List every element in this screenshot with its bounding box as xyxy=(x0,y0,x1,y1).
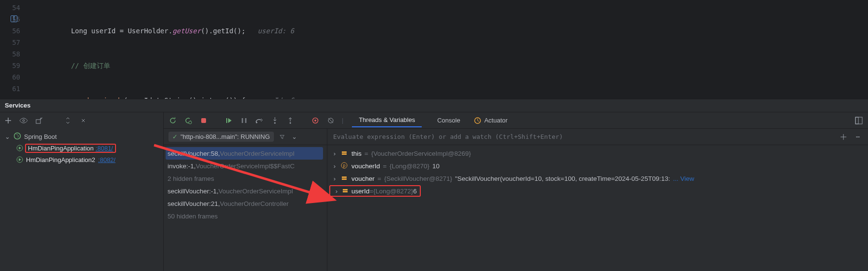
hidden-frames-label: 50 hidden frames xyxy=(168,213,218,220)
variables-column: Evaluate expression (Enter) or add a wat… xyxy=(327,129,868,271)
stop-icon[interactable] xyxy=(199,116,208,125)
chevron-right-icon[interactable]: › xyxy=(331,175,338,182)
var-type: {Long@8272} xyxy=(373,188,413,195)
code-text: synchronized xyxy=(71,96,124,99)
rerun-debug-icon[interactable] xyxy=(184,116,193,125)
frame-row[interactable]: invoke:-1, VoucherOrderServiceImpl$$Fast… xyxy=(168,160,323,172)
thread-selector[interactable]: ✓ "http-nio-808...main": RUNNING xyxy=(168,132,274,142)
view-breakpoints-icon[interactable] xyxy=(311,116,320,125)
code-editor[interactable]: 54 55I 56 57 58 59 60 61 Long userId = U… xyxy=(0,0,868,99)
add-icon[interactable] xyxy=(4,116,13,125)
frame-loc: VoucherOrderServiceImpl xyxy=(220,150,295,157)
eye-icon[interactable] xyxy=(19,116,28,125)
mute-breakpoints-icon[interactable] xyxy=(326,116,335,125)
svg-rect-6 xyxy=(201,118,206,123)
svg-rect-24 xyxy=(342,178,347,180)
svg-point-2 xyxy=(14,133,21,139)
run-config-icon xyxy=(16,156,23,163)
view-more-link[interactable]: ... View xyxy=(673,175,694,182)
chevron-right-icon[interactable]: › xyxy=(331,163,338,170)
tree-root-spring-boot[interactable]: ⌄ Spring Boot xyxy=(3,131,160,142)
frame-row[interactable]: seckillVoucher:58, VoucherOrderServiceIm… xyxy=(166,147,323,160)
var-name: voucherId xyxy=(351,163,380,170)
var-type: {SeckillVoucher@8271} xyxy=(384,175,452,182)
frame-loc: VoucherOrderServiceImpl xyxy=(219,188,293,195)
chevron-down-icon[interactable]: ⌄ xyxy=(290,133,299,141)
export-icon[interactable] xyxy=(35,116,43,125)
variable-voucher-id[interactable]: › p voucherId = {Long@8270} 10 xyxy=(331,160,864,172)
collapse-icon[interactable] xyxy=(79,116,88,125)
debug-toolbar: | Threads & Variables Console Actuator xyxy=(164,112,868,129)
frame-row[interactable]: seckillVoucher:21, VoucherOrderControlle… xyxy=(168,197,323,210)
app1-port-link[interactable]: :8081/ xyxy=(96,145,113,152)
svg-rect-9 xyxy=(245,118,246,123)
tree-root-label: Spring Boot xyxy=(24,133,57,140)
svg-rect-20 xyxy=(342,153,347,155)
layout-icon[interactable] xyxy=(855,116,863,125)
services-tree[interactable]: ⌄ Spring Boot HmDianPingApplication :808… xyxy=(0,129,163,167)
more-icon[interactable]: ⋯ xyxy=(854,133,862,141)
tab-actuator-label: Actuator xyxy=(484,117,507,124)
svg-rect-17 xyxy=(855,117,862,124)
svg-rect-1 xyxy=(36,120,40,123)
code-area[interactable]: Long userId = UserHolder.getUser().getId… xyxy=(39,0,868,99)
var-eq: = xyxy=(370,188,374,195)
svg-rect-25 xyxy=(343,189,348,190)
evaluate-expression-input[interactable]: Evaluate expression (Enter) or add a wat… xyxy=(327,129,868,145)
thread-label: "http-nio-808...main": RUNNING xyxy=(181,133,270,140)
resume-icon[interactable] xyxy=(224,116,233,125)
tab-threads-variables[interactable]: Threads & Variables xyxy=(352,113,422,127)
tab-console[interactable]: Console xyxy=(430,114,467,127)
app1-name: HmDianPingApplication xyxy=(28,145,94,152)
expand-icon[interactable] xyxy=(64,116,72,125)
svg-point-12 xyxy=(290,122,291,123)
tab-actuator[interactable]: Actuator xyxy=(474,117,507,124)
inlay-hint: userId: 6 xyxy=(246,27,294,35)
svg-rect-26 xyxy=(343,191,348,192)
chevron-down-icon[interactable]: ⌄ xyxy=(5,133,11,140)
frame-row[interactable]: seckillVoucher:-1, VoucherOrderServiceIm… xyxy=(168,185,323,197)
step-out-icon[interactable] xyxy=(286,116,295,125)
filter-icon[interactable] xyxy=(278,133,286,141)
service-app-1[interactable]: HmDianPingApplication :8081/ xyxy=(3,142,160,154)
line-number: 59 xyxy=(12,62,20,69)
svg-rect-23 xyxy=(342,176,347,178)
check-icon: ✓ xyxy=(172,133,178,140)
variable-this[interactable]: › this = {VoucherOrderServiceImpl@8269} xyxy=(331,147,864,160)
pause-icon[interactable] xyxy=(240,116,248,125)
frames-list[interactable]: seckillVoucher:58, VoucherOrderServiceIm… xyxy=(164,145,327,224)
inlay-hint: userId: 6 xyxy=(246,96,294,99)
line-number: 57 xyxy=(12,39,20,46)
parameter-icon: p xyxy=(341,162,349,170)
variables-list[interactable]: › this = {VoucherOrderServiceImpl@8269} … xyxy=(327,145,868,199)
line-number: 54 xyxy=(12,4,20,12)
debug-area: ⌄ Spring Boot HmDianPingApplication :808… xyxy=(0,112,868,271)
variable-user-id[interactable]: › userId = {Long@8272} 6 xyxy=(331,185,864,197)
hidden-frames-row[interactable]: 2 hidden frames xyxy=(168,172,323,185)
rerun-icon[interactable] xyxy=(168,116,177,125)
chevron-right-icon[interactable]: › xyxy=(333,188,340,195)
add-watch-icon[interactable] xyxy=(839,133,848,141)
app2-port-link[interactable]: :8082/ xyxy=(98,156,116,163)
variable-voucher[interactable]: › voucher = {SeckillVoucher@8271} "Secki… xyxy=(331,172,864,185)
var-value: 6 xyxy=(413,188,417,195)
hidden-frames-row[interactable]: 50 hidden frames xyxy=(168,210,323,222)
evaluate-placeholder: Evaluate expression (Enter) or add a wat… xyxy=(333,133,563,140)
chevron-right-icon[interactable]: › xyxy=(331,150,338,157)
code-comment: // 创建订单 xyxy=(71,62,110,69)
svg-point-10 xyxy=(256,122,258,123)
cursor-line-icon: I xyxy=(11,15,17,22)
service-app-2[interactable]: HmDianPingApplication2 :8082/ xyxy=(3,154,160,165)
code-text: Long userId = UserHolder. xyxy=(71,27,172,35)
line-number: 56 xyxy=(12,27,20,35)
step-into-icon[interactable] xyxy=(271,116,279,125)
hidden-frames-label: 2 hidden frames xyxy=(168,175,214,182)
line-number: 61 xyxy=(12,85,20,93)
svg-point-14 xyxy=(314,120,316,122)
step-over-icon[interactable] xyxy=(255,116,264,125)
var-eq: = xyxy=(383,163,387,170)
services-toolbar xyxy=(0,112,163,129)
svg-rect-19 xyxy=(342,151,347,153)
app2-name: HmDianPingApplication2 xyxy=(26,156,95,163)
object-icon xyxy=(341,149,349,157)
